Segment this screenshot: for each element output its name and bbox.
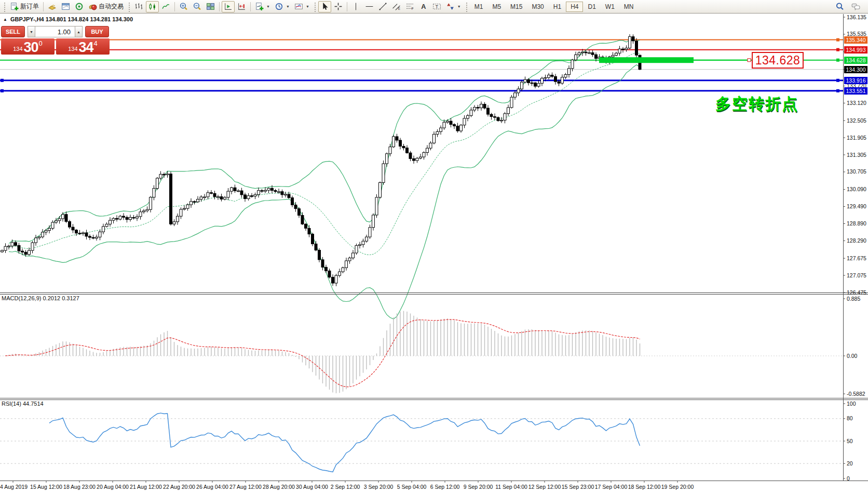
rsi-scale-label: 50 [847,438,853,445]
rsi-scale-label: 100 [847,401,856,407]
price-callout-box[interactable]: 134.628 [752,52,804,69]
chevron-down-icon: ▼ [266,5,270,8]
fibonacci-button[interactable]: F [403,1,416,12]
timeframe-button-m5[interactable]: M5 [487,2,506,12]
buy-price-small: 134 [68,46,77,52]
sell-button[interactable]: SELL [1,26,25,37]
toolbar-drag-handle[interactable] [465,2,468,12]
toolbar-separator [43,2,44,11]
date-tick-label: 27 Aug 12:00 [229,484,262,490]
trendline-button[interactable] [376,1,389,12]
price-level-badge[interactable]: 133.916 [844,77,867,84]
search-button[interactable] [833,1,846,12]
timeframe-button-m1[interactable]: M1 [470,2,488,12]
zoom-out-button[interactable] [191,1,204,12]
market-watch-button[interactable] [46,1,59,12]
zoom-in-button[interactable] [177,1,190,12]
toolbar-drag-handle[interactable] [314,2,316,12]
buy-price-sup: 4 [94,39,98,47]
level-lines-layer[interactable] [0,38,843,92]
volume-increase-button[interactable]: ▲ [75,26,83,37]
volume-input[interactable]: 1.00 [35,26,75,37]
svg-text:F: F [412,7,414,10]
date-tick-label: 15 Sep 23:00 [562,484,594,490]
macd-indicator-label: MACD(12,26,9) 0.2012 0.3127 [2,295,79,301]
collapse-panel-arrow[interactable]: ▲ [3,17,7,22]
toolbar-separator [174,2,175,11]
candlestick-chart-type-button[interactable] [146,1,159,12]
svg-text:T: T [436,4,438,9]
gridlines-layer [0,356,843,463]
date-tick-label: 4 Aug 2019 [0,484,28,490]
bar-chart-type-button[interactable] [132,1,145,12]
chat-button[interactable] [849,1,862,12]
buy-price-box[interactable]: 134344 [56,38,110,55]
buy-button[interactable]: BUY [85,26,109,37]
svg-text:A: A [421,3,426,10]
timeframe-button-w1[interactable]: W1 [601,2,619,12]
price-level-badge[interactable]: 134.628 [844,57,867,64]
price-tick-label: 127.675 [847,255,866,262]
periods-button[interactable]: ▼ [273,1,292,12]
timeframe-toolbar: M1M5M15M30H1H4D1W1MN [470,2,639,12]
timeframe-button-d1[interactable]: D1 [583,2,600,12]
navigator-button[interactable] [73,1,86,12]
cursor-button[interactable] [318,1,331,12]
timeframe-button-mn[interactable]: MN [619,2,639,12]
templates-icon [294,2,303,11]
price-level-badge[interactable]: 134.993 [844,46,867,54]
date-tick-label: 22 Aug 20:00 [163,484,195,490]
bollinger-bands-layer [9,40,640,319]
price-tick-label: 131.905 [847,135,866,141]
rsi-indicator-label: RSI(14) 44.7514 [2,401,44,407]
crosshair-icon [334,2,343,11]
price-tick-label: 132.505 [847,117,866,124]
arrows-button[interactable]: ▼ [444,1,463,12]
sell-price-box[interactable]: 134300 [1,38,55,55]
crosshair-button[interactable] [332,1,345,12]
text-button[interactable]: A [417,1,430,12]
line-chart-icon [161,2,170,11]
tile-windows-button[interactable] [204,1,217,12]
autotrading-icon [88,2,97,11]
templates-button[interactable]: ▼ [292,1,311,12]
toolbar-drag-handle[interactable] [3,2,6,12]
sell-price-big: 30 [24,41,38,54]
chart-shift-icon [237,2,246,11]
chart-canvas[interactable] [0,14,868,493]
timeframe-button-m15[interactable]: M15 [506,2,527,12]
equidistant-channel-button[interactable]: E [390,1,403,12]
timeframe-button-h1[interactable]: H1 [549,2,566,12]
volume-decrease-button[interactable]: ▼ [28,26,35,37]
autotrading-button[interactable]: 自动交易 [86,1,126,12]
date-tick-label: 6 Sep 12:00 [430,484,460,490]
turning-point-annotation[interactable]: 多空转折点 [715,94,798,115]
price-tick-label: 131.305 [847,152,866,158]
new-order-button[interactable]: 新订单 [8,1,41,12]
one-click-trade-panel: SELL ▼ 1.00 ▲ BUY 134300 134344 [1,26,115,55]
date-tick-label: 9 Sep 20:00 [464,484,493,490]
line-chart-type-button[interactable] [159,1,172,12]
indicators-button[interactable]: ▼ [253,1,272,12]
chart-shift-button[interactable] [235,1,248,12]
price-level-badge[interactable]: 134.300 [844,66,867,73]
toolbar-drag-handle[interactable] [128,2,130,12]
vertical-line-button[interactable] [349,1,362,12]
price-level-badge[interactable]: 133.551 [844,87,867,95]
date-tick-label: 30 Aug 04:00 [296,484,328,490]
price-tick-label: 129.490 [847,203,866,210]
horizontal-line-button[interactable] [363,1,376,12]
svg-text:E: E [398,7,400,10]
auto-scroll-button[interactable] [222,1,235,12]
timeframe-button-m30[interactable]: M30 [527,2,548,12]
sell-price-small: 134 [13,46,22,52]
timeframe-button-h4[interactable]: H4 [566,2,583,12]
toolbar-separator [219,2,220,11]
chart-window-button[interactable] [59,1,72,12]
text-icon: A [419,2,428,11]
price-tick-label: 130.090 [847,186,866,193]
price-level-badge[interactable]: 135.340 [844,36,867,44]
buy-price-big: 34 [79,41,93,54]
candles-layer [1,34,642,286]
text-label-button[interactable]: T [430,1,443,12]
